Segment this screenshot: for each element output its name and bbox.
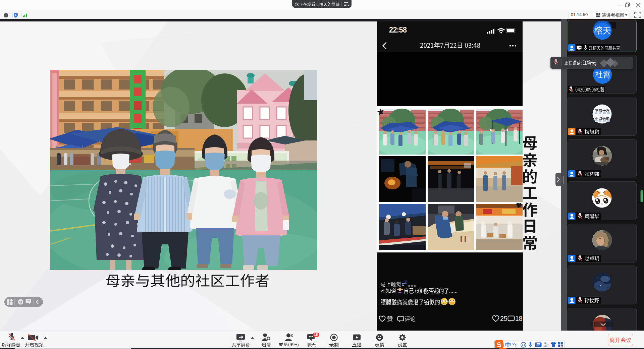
svg-text:Z: Z (404, 280, 407, 285)
